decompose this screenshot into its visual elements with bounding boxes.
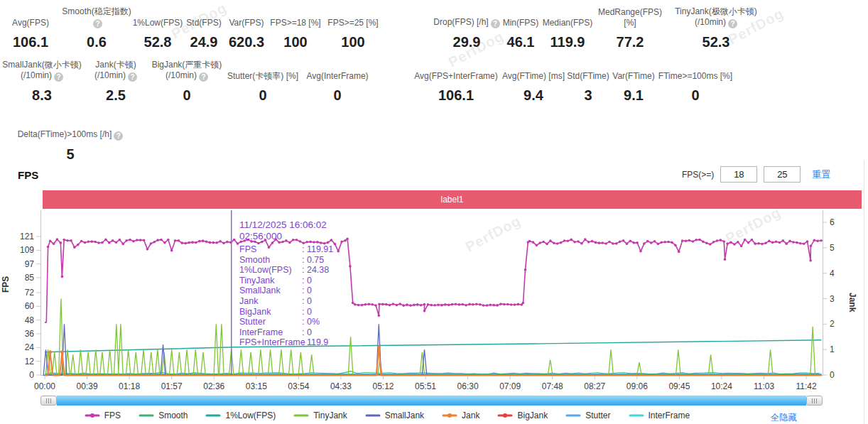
legend-item-fps[interactable]: FPS (85, 411, 121, 420)
stat-label-delta-ftime: Delta(FTime)>100ms [/h]? (18, 119, 124, 141)
help-icon[interactable]: ? (114, 131, 123, 141)
stat-value-jank: 2.5 (106, 87, 126, 104)
legend-item-1-low-fps-[interactable]: 1%Low(FPS) (205, 411, 276, 420)
stat-drop-fps: Drop(FPS) [/h]?29.9 (433, 6, 500, 50)
stat-value-avg-fps-interframe: 106.1 (438, 87, 474, 104)
stat-medrange-fps: MedRange(FPS)[%]77.2 (594, 6, 666, 50)
fps-threshold-filter: FPS(>=) 重置 (682, 166, 830, 183)
stat-label-fps-ge-25: FPS>=25 [%] (327, 6, 378, 28)
help-icon[interactable]: ? (491, 19, 500, 28)
stat-delta-ftime: Delta(FTime)>100ms [/h]?5 (10, 119, 131, 163)
svg-text:01:57: 01:57 (161, 381, 183, 391)
legend-item-jank[interactable]: Jank (442, 411, 479, 420)
svg-text:6: 6 (830, 217, 835, 227)
y-axis-left-title: FPS (1, 276, 11, 293)
svg-text:03:15: 03:15 (246, 381, 267, 391)
stat-label-stutter: Stutter(卡顿率) [%] (227, 60, 298, 82)
stat-value-low1-fps: 52.8 (144, 34, 172, 50)
stat-label-ftime-ge-100: FTime>=100ms [%] (658, 60, 732, 82)
svg-text:00:39: 00:39 (77, 381, 98, 391)
legend-item-stutter[interactable]: Stutter (565, 411, 610, 420)
legend-item-smooth[interactable]: Smooth (139, 411, 188, 420)
svg-text:72: 72 (25, 288, 35, 298)
fps-threshold-label: FPS(>=) (682, 170, 714, 180)
stat-label-low1-fps: 1%Low(FPS) (133, 6, 183, 28)
stat-value-std-fps: 24.9 (190, 34, 218, 50)
stat-value-medrange-fps: 77.2 (617, 34, 644, 50)
svg-text:06:30: 06:30 (457, 381, 479, 391)
stat-avg-fps-interframe: Avg(FPS+InterFrame)106.1 (411, 60, 501, 104)
stat-tinyjank: TinyJank(极微小卡顿)(/10min)?52.3 (666, 6, 766, 50)
svg-text:0: 0 (29, 370, 34, 380)
svg-text:97: 97 (25, 259, 35, 269)
stat-value-avg-interframe: 0 (333, 87, 341, 104)
stat-label-var-fps: Var(FPS) (229, 6, 264, 28)
help-icon[interactable]: ? (199, 72, 208, 82)
stat-label-drop-fps: Drop(FPS) [/h]? (433, 6, 499, 28)
svg-text:09:45: 09:45 (668, 381, 690, 391)
stat-fps-ge-25: FPS>=25 [%]100 (322, 6, 384, 50)
stat-label-std-ftime: Std(FTime) (567, 60, 609, 82)
svg-text:36: 36 (25, 329, 35, 339)
stat-stutter: Stutter(卡顿率) [%]0 (226, 60, 300, 104)
stat-value-min-fps: 46.1 (507, 34, 535, 50)
stat-value-fps-ge-18: 100 (283, 34, 307, 50)
svg-text:05:12: 05:12 (372, 381, 394, 391)
legend-item-bigjank[interactable]: BigJank (497, 411, 548, 420)
svg-text:10:24: 10:24 (711, 381, 732, 391)
fps-chart-plot[interactable]: 01224364860728597109121012345600:0000:39… (0, 209, 868, 395)
stat-label-median-fps: Median(FPS) (543, 6, 593, 28)
legend-item-interframe[interactable]: InterFrame (629, 411, 690, 420)
stat-label-smalljank: SmallJank(微小卡顿)(/10min)? (2, 60, 81, 82)
legend-marker-icon (497, 412, 513, 419)
svg-text:00:00: 00:00 (34, 381, 55, 391)
svg-text:109: 109 (20, 245, 34, 255)
fps-threshold-input-1[interactable] (720, 166, 757, 183)
stat-value-delta-ftime: 5 (66, 146, 74, 163)
svg-text:85: 85 (25, 273, 35, 283)
svg-text:24: 24 (25, 342, 35, 352)
stat-label-avg-ftime: Avg(FTime) [ms] (502, 60, 565, 82)
scrollbar-right-handle[interactable] (806, 396, 823, 406)
help-icon[interactable]: ? (128, 72, 137, 82)
help-icon[interactable]: ? (54, 72, 63, 82)
legend-marker-icon (365, 412, 381, 419)
stat-label-min-fps: Min(FPS) (503, 6, 539, 28)
help-icon[interactable]: ? (728, 19, 737, 28)
stat-smalljank: SmallJank(微小卡顿)(/10min)?8.3 (0, 60, 84, 104)
scrollbar-track-fill[interactable] (57, 396, 806, 406)
help-icon[interactable]: ? (93, 19, 102, 28)
hide-all-link[interactable]: 全隐藏 (771, 412, 798, 424)
reset-link[interactable]: 重置 (812, 168, 830, 181)
chart-legend: FPSSmooth1%Low(FPS)TinyJankSmallJankJank… (0, 411, 774, 420)
stat-std-ftime: Std(FTime)3 (565, 60, 611, 104)
stat-avg-fps: Avg(FPS)106.1 (0, 6, 61, 50)
stat-avg-ftime: Avg(FTime) [ms]9.4 (501, 60, 565, 104)
fps-threshold-input-2[interactable] (764, 166, 801, 183)
svg-text:1: 1 (830, 344, 835, 354)
stat-value-stutter: 0 (259, 87, 266, 104)
stat-label-medrange-fps: MedRange(FPS)[%] (594, 6, 666, 28)
stats-row-1: Avg(FPS)106.1Smooth(稳定指数)?0.61%Low(FPS)5… (0, 6, 766, 50)
stat-label-smooth: Smooth(稳定指数)? (61, 6, 132, 28)
stat-value-ftime-ge-100: 0 (691, 87, 699, 104)
svg-text:01:18: 01:18 (119, 381, 140, 391)
stat-value-avg-ftime: 9.4 (523, 87, 543, 104)
legend-item-tinyjank[interactable]: TinyJank (293, 411, 347, 420)
stat-low1-fps: 1%Low(FPS)52.8 (132, 6, 183, 50)
legend-item-smalljank[interactable]: SmallJank (365, 411, 424, 420)
svg-text:08:27: 08:27 (584, 381, 605, 391)
stat-min-fps: Min(FPS)46.1 (500, 6, 541, 50)
legend-marker-icon (442, 412, 457, 419)
scrollbar-left-handle[interactable] (40, 396, 57, 406)
stat-avg-interframe: Avg(InterFrame)0 (300, 60, 375, 104)
stat-var-fps: Var(FPS)620.3 (224, 6, 268, 50)
stat-label-avg-interframe: Avg(InterFrame) (306, 60, 368, 82)
svg-text:3: 3 (830, 294, 835, 304)
svg-text:04:33: 04:33 (330, 381, 352, 391)
svg-text:121: 121 (20, 232, 34, 241)
stat-ftime-ge-100: FTime>=100ms [%]0 (656, 60, 734, 104)
svg-text:48: 48 (25, 315, 35, 325)
stat-label-var-ftime: Var(FTime) (612, 60, 654, 82)
stat-jank: Jank(卡顿)(/10min)?2.5 (84, 60, 148, 104)
